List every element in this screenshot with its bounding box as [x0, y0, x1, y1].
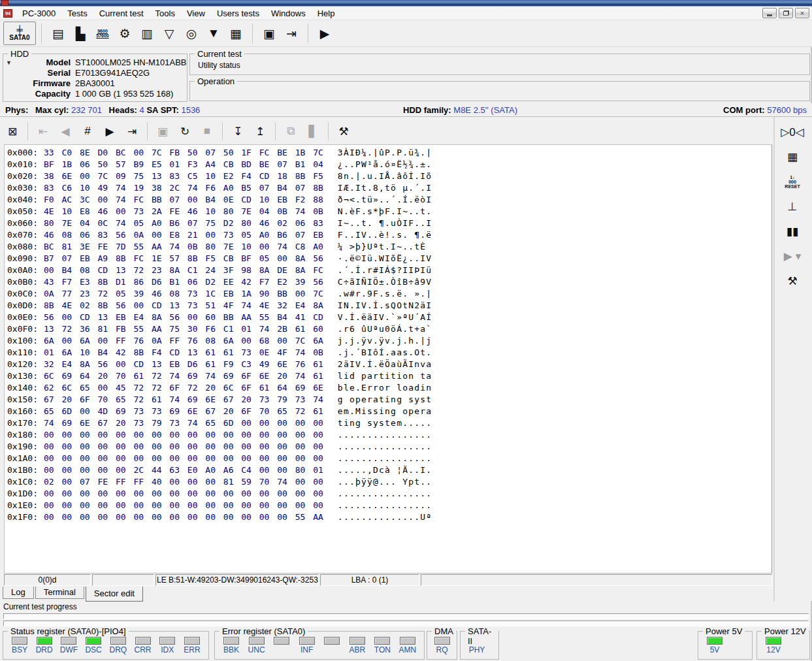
- sata0-port-button[interactable]: ╪ SATA0: [3, 22, 36, 45]
- hex-bytes[interactable]: 00 B4 08 CD 13 72 23 8A C1 24 3F 98 8A D…: [44, 265, 323, 275]
- hex-ascii[interactable]: IN.IV.Í.sQOtN2äI: [338, 300, 432, 310]
- windows-cascade-icon[interactable]: ▣: [259, 24, 279, 43]
- hex-bytes[interactable]: 65 6D 00 4D 69 73 73 69 6E 67 20 6F 70 6…: [44, 406, 323, 416]
- hex-bytes[interactable]: BC 81 3E FE 7D 55 AA 74 0B 80 7E 10 00 7…: [44, 242, 323, 251]
- hex-ascii[interactable]: ·.ë©Iü.WIõË¿..IV: [338, 253, 432, 263]
- hex-ascii[interactable]: ble.Error loadin: [338, 383, 432, 393]
- hex-bytes[interactable]: 43 F7 E3 8B D1 86 D6 B1 06 D2 EE 42 F7 E…: [44, 277, 323, 287]
- last-sector-icon[interactable]: ⇥: [121, 121, 143, 141]
- hex-bytes[interactable]: 01 6A 10 B4 42 8B F4 CD 13 61 61 73 0E 4…: [44, 347, 323, 357]
- hex-ascii[interactable]: 3ÀIÐ¼.|ûP.P.ü¾.|: [338, 148, 432, 157]
- graph-icon[interactable]: ▽: [159, 24, 179, 43]
- pause-icon[interactable]: ▮▮: [779, 221, 805, 241]
- hex-bytes[interactable]: 33 C0 8E D0 BC 00 7C FB 50 07 50 1F FC B…: [44, 148, 323, 157]
- hex-ascii[interactable]: ð¬<.tü»..´.Í.ëòI: [338, 195, 432, 204]
- hex-bytes[interactable]: 32 E4 8A 56 00 CD 13 EB D6 61 F9 C3 49 6…: [44, 359, 323, 369]
- hex-ascii[interactable]: j.j.ÿv.ÿv.j.h.|j: [338, 336, 432, 346]
- hex-ascii[interactable]: .´.Í.r#IÁ$?IIÞIü: [338, 265, 432, 275]
- table-icon[interactable]: ▦: [226, 24, 246, 43]
- hex-ascii[interactable]: g operating syst: [338, 395, 432, 404]
- hex-bytes[interactable]: 13 72 36 81 FB 55 AA 75 30 F6 C1 01 74 2…: [44, 324, 323, 334]
- hex-bytes[interactable]: 02 00 07 FE FF FF 40 00 00 00 81 59 70 7…: [44, 477, 323, 487]
- active-tests-icon[interactable]: ▼: [204, 24, 223, 43]
- hex-bytes[interactable]: 4E 10 E8 46 00 73 2A FE 46 10 80 7E 04 0…: [44, 206, 323, 216]
- first-sector-icon[interactable]: ⇤: [32, 121, 54, 141]
- hex-ascii[interactable]: em.Missing opera: [338, 406, 432, 416]
- pc3000-menu-icon[interactable]: 94: [3, 9, 12, 18]
- hex-bytes[interactable]: 00 00 00 00 00 00 00 00 00 00 00 00 00 0…: [44, 442, 323, 451]
- stop-icon[interactable]: ■: [196, 121, 218, 141]
- run-icon[interactable]: ▶: [315, 24, 334, 43]
- tools-icon[interactable]: ⚒: [779, 271, 805, 291]
- hex-ascii[interactable]: ................: [338, 500, 432, 510]
- prev-sector-icon[interactable]: ◀: [54, 121, 76, 141]
- reset-icon[interactable]: 1↓ 000 RESET: [779, 172, 805, 191]
- hex-bytes[interactable]: 8B 4E 02 8B 56 00 CD 13 73 51 4F 74 4E 3…: [44, 300, 323, 310]
- load-from-file-icon[interactable]: ↥: [249, 121, 271, 141]
- hex-ascii[interactable]: ¿..PW¹å.ó¤Ë½¾.±.: [338, 159, 432, 169]
- tab-terminal[interactable]: Terminal: [35, 587, 84, 599]
- hex-bytes[interactable]: 00 00 00 00 00 00 00 00 00 00 00 00 00 0…: [44, 453, 323, 463]
- hex-ascii[interactable]: ..............Uª: [338, 512, 432, 522]
- sector-tools-icon[interactable]: ⚒: [333, 121, 355, 141]
- next-sector-icon[interactable]: ▶: [99, 121, 121, 141]
- hex-bytes[interactable]: BF 1B 06 50 57 B9 E5 01 F3 A4 CB BD BE 0…: [44, 159, 323, 169]
- hex-ascii[interactable]: ................: [338, 430, 432, 440]
- minimize-button[interactable]: [762, 8, 777, 18]
- chip-icon[interactable]: ▥: [137, 24, 157, 43]
- menu-item-tools[interactable]: Tools: [150, 7, 181, 20]
- menu-item-view[interactable]: View: [181, 7, 211, 20]
- hex-bytes[interactable]: 80 7E 04 0C 74 05 A0 B6 07 75 D2 80 46 0…: [44, 218, 323, 228]
- hex-ascii[interactable]: V.Í.ëäIV.`»ªU´AÍ: [338, 312, 432, 322]
- hex-bytes[interactable]: F0 AC 3C 00 74 FC BB 07 00 B4 0E CD 10 E…: [44, 195, 323, 204]
- settings-icon[interactable]: ⚙: [115, 24, 135, 43]
- hex-ascii[interactable]: .j.´BIôÍ.aas.Ot.: [338, 347, 432, 357]
- hex-bytes[interactable]: 00 00 00 00 00 2C 44 63 E0 A0 A6 C4 00 0…: [44, 465, 323, 475]
- menu-item-windows[interactable]: Windows: [265, 7, 312, 20]
- hex-bytes[interactable]: 56 00 CD 13 EB E4 8A 56 00 60 BB AA 55 B…: [44, 312, 323, 322]
- hex-bytes[interactable]: B7 07 EB A9 8B FC 1E 57 8B F5 CB BF 05 0…: [44, 253, 323, 263]
- recalibrate-icon[interactable]: ▷0◁: [779, 122, 805, 142]
- copy-sector-icon[interactable]: ⧉: [280, 121, 302, 141]
- tab-sector-edit[interactable]: Sector edit: [86, 587, 143, 602]
- hex-ascii[interactable]: .....,Dcà ¦Ä..I.: [338, 465, 432, 475]
- menu-item-current-test[interactable]: Current test: [93, 7, 150, 20]
- close-button[interactable]: ×: [795, 8, 809, 18]
- hex-ascii[interactable]: ¼ >þ}Uªt.I~..tÈ: [338, 242, 432, 251]
- hex-ascii[interactable]: IÆ.It.8,tö µ.´.I: [338, 183, 432, 193]
- hex-ascii[interactable]: C÷ãIÑIÖ±.ÒîB÷â9V: [338, 277, 432, 287]
- hex-ascii[interactable]: F..IV..è!.s. ¶.ë: [338, 230, 432, 240]
- hex-bytes[interactable]: 74 69 6E 67 20 73 79 73 74 65 6D 00 00 0…: [44, 418, 323, 428]
- paste-sector-icon[interactable]: ▋: [302, 121, 324, 141]
- hex-bytes[interactable]: 00 00 00 00 00 00 00 00 00 00 00 00 00 0…: [44, 489, 323, 498]
- power-switch-icon[interactable]: ⊥: [779, 197, 805, 216]
- restore-button[interactable]: [779, 8, 793, 18]
- save-sector-icon[interactable]: ▣: [152, 121, 174, 141]
- hex-ascii[interactable]: ...þÿÿ@... Ypt..: [338, 477, 432, 487]
- hex-ascii[interactable]: ting system.....: [338, 418, 432, 428]
- hex-bytes[interactable]: 83 C6 10 49 74 19 38 2C 74 F6 A0 B5 07 B…: [44, 183, 323, 193]
- database-icon[interactable]: ◎: [182, 24, 201, 43]
- goto-sector-number-icon[interactable]: #: [76, 121, 99, 141]
- hex-ascii[interactable]: lid partition ta: [338, 371, 432, 381]
- start-test-icon[interactable]: ▶ ▾: [779, 246, 805, 266]
- hex-bytes[interactable]: 6A 00 6A 00 FF 76 0A FF 76 08 6A 00 68 0…: [44, 336, 323, 346]
- exit-icon[interactable]: ⇥: [282, 24, 301, 43]
- hex-bytes[interactable]: 67 20 6F 70 65 72 61 74 69 6E 67 20 73 7…: [44, 395, 323, 404]
- drive-resources-icon[interactable]: ▙: [71, 24, 90, 43]
- hex-ascii[interactable]: I~..t. ¶.uÒIF..I: [338, 218, 432, 228]
- hex-ascii[interactable]: .r6 ûUªu0öÁ.t+a`: [338, 324, 432, 334]
- baud-rate-icon[interactable]: 9600 57600: [93, 24, 112, 43]
- menu-item-users-tests[interactable]: Users tests: [211, 7, 265, 20]
- hex-editor[interactable]: 0x000:33 C0 8E D0 BC 00 7C FB 50 07 50 1…: [4, 144, 772, 573]
- hex-ascii[interactable]: ................: [338, 489, 432, 498]
- hex-ascii[interactable]: 2äIV.Í.ëÖaùÃInva: [338, 359, 432, 369]
- save-to-file-icon[interactable]: ↧: [227, 121, 249, 141]
- menu-item-pc-3000[interactable]: PC-3000: [16, 7, 61, 20]
- menu-item-tests[interactable]: Tests: [61, 7, 93, 20]
- hex-ascii[interactable]: ................: [338, 453, 432, 463]
- hex-bytes[interactable]: 6C 69 64 20 70 61 72 74 69 74 69 6F 6E 2…: [44, 371, 323, 381]
- tab-log[interactable]: Log: [3, 587, 34, 599]
- menu-item-help[interactable]: Help: [312, 7, 341, 20]
- hex-bytes[interactable]: 62 6C 65 00 45 72 72 6F 72 20 6C 6F 61 6…: [44, 383, 323, 393]
